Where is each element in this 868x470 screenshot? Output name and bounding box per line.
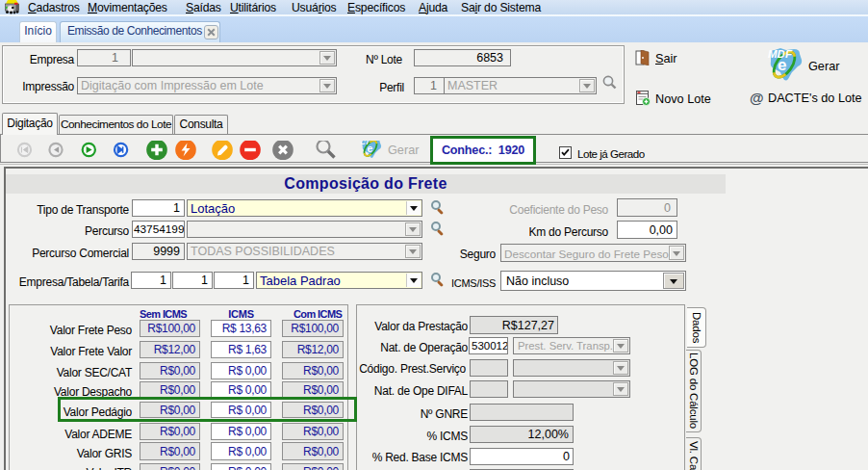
svg-text:e: e [778,56,786,74]
svg-text:e: e [368,143,373,154]
